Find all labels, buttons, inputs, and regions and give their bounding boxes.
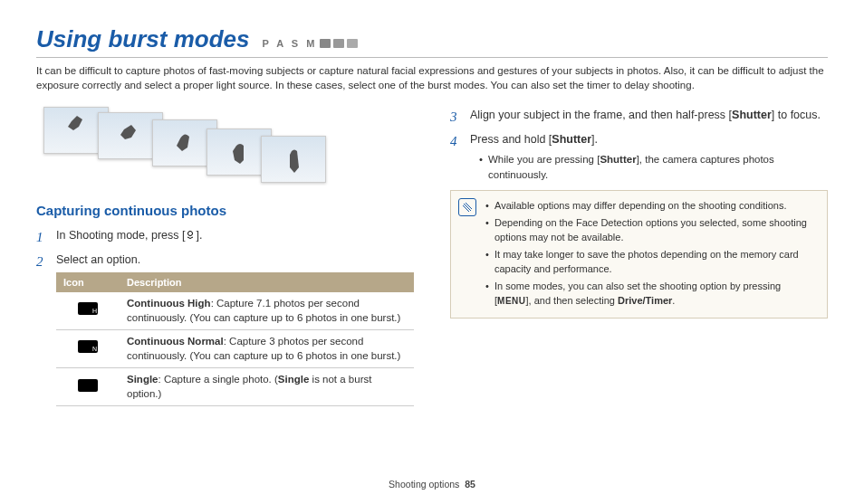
single-icon [78, 379, 98, 392]
svg-point-0 [188, 232, 193, 236]
note-icon [458, 198, 476, 216]
step-4: Press and hold [Shutter]. While you are … [450, 131, 828, 183]
page-footer: Shooting options 85 [0, 479, 864, 490]
menu-label: MENU [497, 296, 525, 306]
step-4-sub: While you are pressing [Shutter], the ca… [479, 152, 828, 184]
step-2: Select an option. Icon Description Conti… [36, 252, 414, 406]
table-header-description: Description [120, 272, 414, 293]
table-row: Continuous High: Capture 7.1 photos per … [56, 292, 414, 330]
section-heading: Capturing continuous photos [36, 203, 414, 218]
page-title: Using burst modes [36, 25, 249, 53]
mode-icon [320, 39, 331, 48]
note-item: In some modes, you can also set the shoo… [485, 279, 816, 309]
mode-indicator: P A S M [262, 38, 358, 49]
mode-icon [333, 39, 344, 48]
continuous-normal-icon [78, 340, 98, 353]
options-table: Icon Description Continuous High: Captur… [56, 272, 414, 407]
divider [36, 57, 828, 58]
note-item: Available options may differ depending o… [485, 198, 816, 214]
burst-sequence-illustration [36, 107, 414, 183]
note-item: Depending on the Face Detection options … [485, 215, 816, 245]
step-3: Align your subject in the frame, and the… [450, 107, 828, 124]
continuous-high-icon [78, 302, 98, 315]
step-1: In Shooting mode, press []. [36, 227, 414, 244]
note-box: Available options may differ depending o… [450, 190, 828, 319]
note-item: It may take longer to save the photos de… [485, 247, 816, 277]
intro-text: It can be difficult to capture photos of… [36, 63, 828, 92]
table-row: Continuous Normal: Capture 3 photos per … [56, 330, 414, 368]
drive-timer-icon [185, 230, 196, 241]
mode-icon [347, 39, 358, 48]
table-header-icon: Icon [56, 272, 120, 293]
table-row: Single: Capture a single photo. (Single … [56, 368, 414, 406]
